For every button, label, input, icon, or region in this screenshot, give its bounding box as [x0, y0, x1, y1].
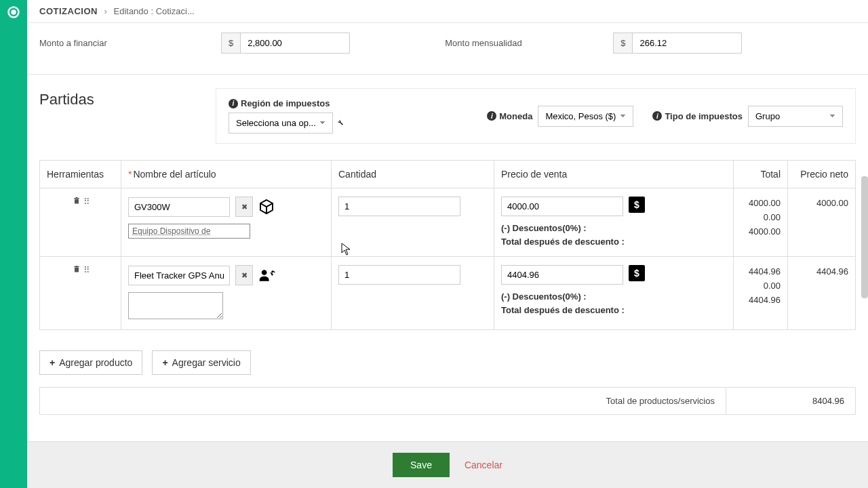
summary-totals: Total de productos/servicios 8404.96 — [39, 387, 856, 415]
plus-icon: + — [50, 357, 55, 368]
clear-icon[interactable]: ✖ — [235, 197, 253, 217]
clear-icon[interactable]: ✖ — [235, 265, 253, 285]
article-description-input[interactable] — [128, 224, 250, 239]
line-items-table: Herramientas Nombre del artículo Cantida… — [39, 160, 856, 330]
plus-icon: + — [162, 357, 167, 368]
quantity-input[interactable] — [338, 265, 460, 285]
financing-amount-input[interactable] — [241, 33, 349, 53]
tax-type-select[interactable]: Grupo — [748, 106, 843, 127]
financing-amount-field[interactable]: $ — [221, 33, 350, 54]
price-book-icon[interactable]: $ — [629, 265, 645, 281]
col-net: Precio neto — [788, 161, 856, 188]
breadcrumb-page: Editando : Cotizaci... — [113, 6, 194, 16]
box-icon[interactable] — [258, 199, 275, 215]
col-qty: Cantidad — [332, 161, 494, 188]
quantity-input[interactable] — [338, 197, 460, 216]
breadcrumb-module[interactable]: COTIZACION — [39, 6, 98, 16]
row-discount: 0.00 — [741, 211, 781, 225]
currency-symbol: $ — [614, 33, 633, 53]
row-net: 4000.00 — [795, 197, 848, 211]
monthly-amount-input[interactable] — [633, 33, 741, 53]
col-total: Total — [734, 161, 788, 188]
scrollbar[interactable] — [861, 176, 868, 298]
info-icon: i — [487, 111, 496, 121]
tax-region-label: i Región de impuestos — [229, 98, 344, 108]
row-net: 4404.96 — [795, 265, 848, 279]
row-total: 4000.00 — [741, 197, 781, 211]
section-title-partidas: Partidas — [39, 88, 202, 108]
col-tools: Herramientas — [40, 161, 121, 188]
info-icon: i — [652, 111, 662, 121]
price-input[interactable] — [501, 265, 623, 285]
cancel-button[interactable]: Cancelar — [465, 460, 502, 470]
summary-total-value: 8404.96 — [726, 388, 855, 414]
financing-amount-label: Monto a financiar — [39, 38, 134, 48]
price-book-icon[interactable]: $ — [629, 197, 645, 213]
wrench-icon[interactable] — [336, 118, 344, 128]
drag-handle-icon[interactable]: ⠿ — [83, 197, 89, 207]
row-after-discount: 4000.00 — [741, 225, 781, 239]
tax-type-label: i Tipo de impuestos — [652, 111, 743, 121]
currency-select[interactable]: Mexico, Pesos ($) — [538, 106, 633, 127]
monthly-amount-field[interactable]: $ — [613, 33, 742, 54]
row-discount: 0.00 — [741, 279, 781, 293]
info-icon: i — [229, 99, 238, 108]
drag-handle-icon[interactable]: ⠿ — [83, 265, 89, 275]
chevron-right-icon: › — [104, 6, 107, 16]
form-footer: Save Cancelar — [27, 441, 868, 488]
summary-total-label: Total de productos/servicios — [40, 388, 726, 414]
tax-region-select[interactable]: Selecciona una op... — [229, 113, 333, 134]
trash-icon[interactable] — [73, 265, 81, 275]
app-logo-sidebar[interactable] — [0, 0, 27, 488]
add-product-button[interactable]: + Agregar producto — [39, 350, 142, 375]
trash-icon[interactable] — [73, 197, 81, 207]
table-row: ⠿ ✖ — [40, 257, 856, 330]
breadcrumb: COTIZACION › Editando : Cotizaci... — [27, 0, 868, 23]
service-icon[interactable] — [258, 268, 276, 283]
add-service-button[interactable]: + Agregar servicio — [152, 350, 250, 375]
price-input[interactable] — [501, 197, 623, 216]
col-article: Nombre del artículo — [121, 161, 332, 188]
row-total: 4404.96 — [741, 265, 781, 279]
article-description-textarea[interactable] — [128, 292, 223, 319]
target-icon — [7, 5, 20, 19]
currency-label: i Moneda — [487, 111, 532, 121]
monthly-amount-label: Monto mensualidad — [445, 38, 540, 48]
row-after-discount: 4404.96 — [741, 293, 781, 308]
currency-symbol: $ — [222, 33, 241, 53]
svg-point-1 — [12, 11, 16, 14]
table-row: ⠿ ✖ — [40, 188, 856, 257]
article-name-input[interactable] — [128, 197, 230, 217]
article-name-input[interactable] — [128, 266, 230, 285]
save-button[interactable]: Save — [393, 453, 450, 477]
col-price: Precio de venta — [494, 161, 734, 188]
